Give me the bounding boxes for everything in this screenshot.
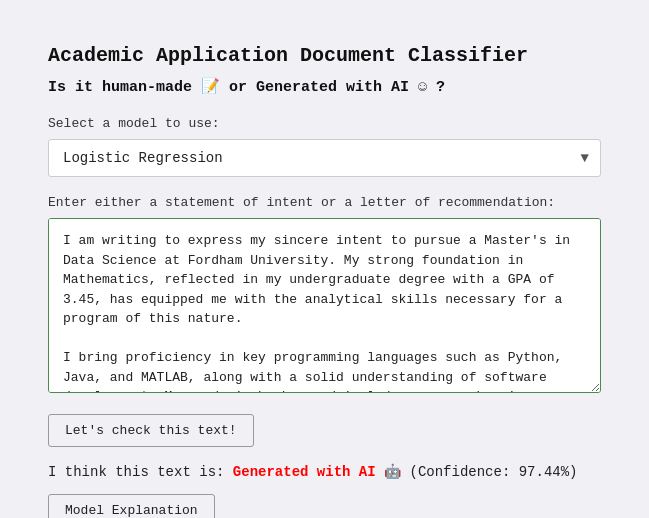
subtitle-middle: or Generated with AI xyxy=(220,79,418,96)
check-button[interactable]: Let's check this text! xyxy=(48,414,254,447)
subtitle-suffix: ? xyxy=(427,79,445,96)
model-label: Select a model to use: xyxy=(48,116,601,131)
model-select-wrapper: Logistic Regression Random Forest SVM Ne… xyxy=(48,139,601,177)
textarea-label: Enter either a statement of intent or a … xyxy=(48,195,601,210)
result-confidence: (Confidence: 97.44%) xyxy=(409,464,577,480)
model-select[interactable]: Logistic Regression Random Forest SVM Ne… xyxy=(48,139,601,177)
result-classification: Generated with AI xyxy=(233,464,376,480)
subtitle: Is it human-made 📝 or Generated with AI … xyxy=(48,77,601,96)
pen-emoji: 📝 xyxy=(201,79,220,96)
explanation-button[interactable]: Model Explanation xyxy=(48,494,215,518)
app-container: Academic Application Document Classifier… xyxy=(20,20,629,518)
robot-emoji: ☺ xyxy=(418,79,427,96)
result-line: I think this text is: Generated with AI … xyxy=(48,463,601,480)
robot-result-emoji: 🤖 xyxy=(384,464,401,480)
subtitle-prefix: Is it human-made xyxy=(48,79,201,96)
text-input[interactable]: I am writing to express my sincere inten… xyxy=(48,218,601,393)
page-title: Academic Application Document Classifier xyxy=(48,44,601,67)
result-prefix: I think this text is: xyxy=(48,464,233,480)
